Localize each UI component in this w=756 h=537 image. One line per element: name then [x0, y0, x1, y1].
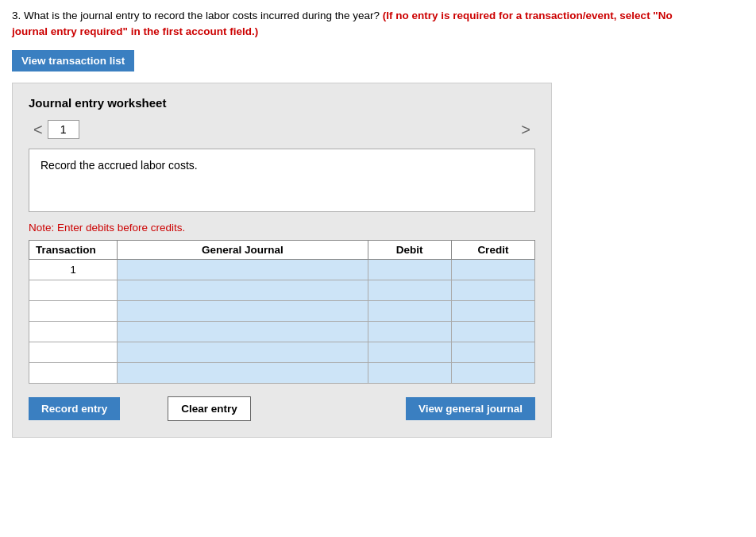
- journal-entry-cell[interactable]: [118, 362, 368, 383]
- navigation-row: < >: [29, 119, 535, 141]
- credit-cell-1[interactable]: [451, 259, 534, 280]
- table-row: 1: [29, 259, 535, 280]
- transaction-number-empty: [29, 321, 118, 342]
- credit-input-1[interactable]: [452, 260, 534, 280]
- journal-input-1[interactable]: [118, 260, 368, 280]
- credit-input-2[interactable]: [452, 280, 534, 300]
- credit-input-6[interactable]: [452, 363, 534, 383]
- col-header-debit: Debit: [368, 240, 451, 259]
- debit-cell-2[interactable]: [368, 280, 451, 300]
- nav-next-button[interactable]: >: [516, 119, 535, 141]
- debit-input-4[interactable]: [368, 322, 451, 342]
- debit-input-2[interactable]: [368, 280, 451, 300]
- debit-input-5[interactable]: [368, 342, 451, 362]
- view-general-journal-button[interactable]: View general journal: [406, 397, 535, 420]
- credit-input-5[interactable]: [452, 342, 534, 362]
- credit-cell-5[interactable]: [451, 342, 534, 362]
- debit-cell-3[interactable]: [368, 300, 451, 321]
- worksheet-title: Journal entry worksheet: [29, 96, 535, 110]
- transaction-number-empty: [29, 280, 118, 300]
- credit-cell-4[interactable]: [451, 321, 534, 342]
- credit-input-4[interactable]: [452, 322, 534, 342]
- debit-cell-5[interactable]: [368, 342, 451, 362]
- debit-input-1[interactable]: [368, 260, 451, 280]
- journal-entry-cell[interactable]: [118, 259, 368, 280]
- action-buttons-row: Record entry Clear entry View general jo…: [29, 396, 535, 421]
- journal-entry-cell[interactable]: [118, 342, 368, 362]
- transaction-number-empty: [29, 362, 118, 383]
- debit-cell-6[interactable]: [368, 362, 451, 383]
- table-row: [29, 362, 535, 383]
- debit-cell-4[interactable]: [368, 321, 451, 342]
- col-header-transaction: Transaction: [29, 240, 118, 259]
- question-body: What is the journal entry to record the …: [24, 10, 380, 21]
- nav-number-input[interactable]: [48, 120, 79, 139]
- credit-cell-6[interactable]: [451, 362, 534, 383]
- journal-entry-cell[interactable]: [118, 300, 368, 321]
- journal-input-4[interactable]: [118, 322, 368, 342]
- journal-entry-worksheet: Journal entry worksheet < > Record the a…: [12, 83, 552, 438]
- journal-entry-cell[interactable]: [118, 321, 368, 342]
- credit-cell-2[interactable]: [451, 280, 534, 300]
- transaction-number-empty: [29, 300, 118, 321]
- credit-cell-3[interactable]: [451, 300, 534, 321]
- col-header-credit: Credit: [451, 240, 534, 259]
- transaction-number-1: 1: [29, 259, 118, 280]
- journal-input-2[interactable]: [118, 280, 368, 300]
- debit-input-3[interactable]: [368, 301, 451, 321]
- journal-input-6[interactable]: [118, 363, 368, 383]
- note-text: Note: Enter debits before credits.: [29, 222, 535, 234]
- question-number: 3.: [12, 10, 21, 21]
- record-entry-button[interactable]: Record entry: [29, 397, 120, 420]
- journal-input-3[interactable]: [118, 301, 368, 321]
- transaction-number-empty: [29, 342, 118, 362]
- nav-prev-button[interactable]: <: [29, 119, 48, 141]
- table-row: [29, 342, 535, 362]
- debit-cell-1[interactable]: [368, 259, 451, 280]
- debit-input-6[interactable]: [368, 363, 451, 383]
- transaction-description: Record the accrued labor costs.: [29, 149, 535, 212]
- journal-entry-cell[interactable]: [118, 280, 368, 300]
- clear-entry-button[interactable]: Clear entry: [168, 396, 251, 421]
- view-transaction-button[interactable]: View transaction list: [12, 50, 134, 71]
- journal-table: Transaction General Journal Debit Credit…: [29, 240, 535, 384]
- table-row: [29, 300, 535, 321]
- table-row: [29, 321, 535, 342]
- journal-input-5[interactable]: [118, 342, 368, 362]
- table-row: [29, 280, 535, 300]
- question-text: 3. What is the journal entry to record t…: [12, 8, 703, 41]
- credit-input-3[interactable]: [452, 301, 534, 321]
- col-header-general-journal: General Journal: [118, 240, 368, 259]
